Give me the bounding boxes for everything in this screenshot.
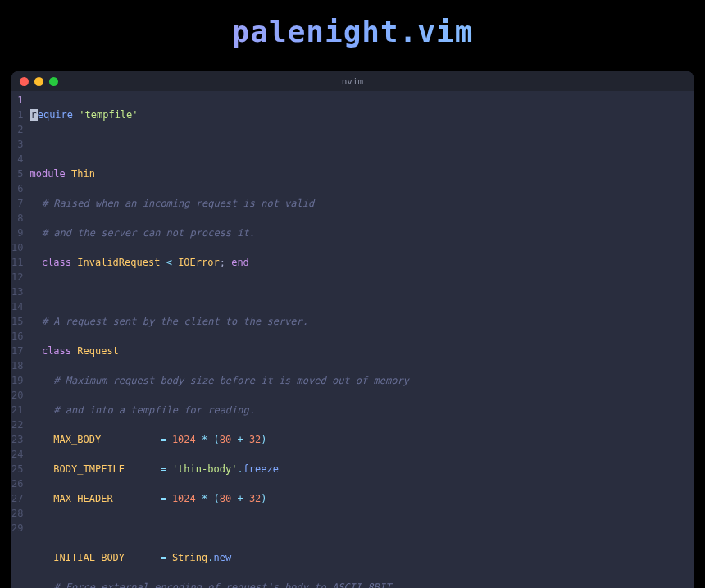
line-num: 11 xyxy=(11,255,23,270)
token: class xyxy=(42,257,71,268)
line-num: 10 xyxy=(11,240,23,255)
line-num: 20 xyxy=(11,388,23,403)
line-num: 9 xyxy=(11,226,23,240)
token: end xyxy=(231,257,249,268)
line-num: 23 xyxy=(11,432,23,447)
token: ; xyxy=(220,257,225,268)
token: # Force external_encoding of request's b… xyxy=(53,581,391,588)
token: new xyxy=(213,552,231,563)
code-line: class InvalidRequest < IOError; end xyxy=(30,255,694,270)
line-num: 26 xyxy=(11,476,23,491)
line-num: 6 xyxy=(11,181,23,196)
token: IOError xyxy=(178,257,220,268)
code-line: # Force external_encoding of request's b… xyxy=(30,580,694,588)
token: + xyxy=(237,434,243,445)
token: class xyxy=(42,345,71,357)
code-line: BODY_TMPFILE = 'thin-body'.freeze xyxy=(30,462,694,476)
line-num: 16 xyxy=(11,329,23,344)
line-num: 27 xyxy=(11,491,23,506)
token: * xyxy=(202,493,207,504)
code-line xyxy=(30,521,694,536)
token: # and into a tempfile for reading. xyxy=(53,404,255,416)
window-controls xyxy=(20,77,58,86)
line-num: 7 xyxy=(11,196,23,211)
token: ( xyxy=(213,493,219,504)
line-num: 12 xyxy=(11,270,23,285)
line-num: 22 xyxy=(11,417,23,432)
line-num: 3 xyxy=(11,137,23,152)
token: INITIAL_BODY xyxy=(53,552,125,563)
token: Thin xyxy=(71,168,95,180)
token: 1024 xyxy=(172,434,196,445)
code-line: # A request sent by the client to the se… xyxy=(30,314,694,329)
code-line: INITIAL_BODY = String.new xyxy=(30,550,694,565)
token: 'thin-body' xyxy=(172,463,237,475)
line-gutter: 1 1 2 3 4 5 6 7 8 9 10 11 12 13 14 15 16… xyxy=(11,93,30,588)
code-line xyxy=(30,137,694,152)
code-area[interactable]: require 'tempfile' module Thin # Raised … xyxy=(30,93,694,588)
token: ) xyxy=(261,493,266,504)
token: module xyxy=(30,168,65,180)
token: InvalidRequest xyxy=(77,257,160,268)
token: 80 xyxy=(220,493,231,504)
line-num: 5 xyxy=(11,166,23,181)
line-num: 15 xyxy=(11,314,23,329)
terminal-window: nvim 1 1 2 3 4 5 6 7 8 9 10 11 12 13 14 … xyxy=(11,71,694,588)
code-line: module Thin xyxy=(30,166,694,181)
page-title: palenight.vim xyxy=(0,0,705,71)
minimize-icon[interactable] xyxy=(34,77,43,86)
line-num: 21 xyxy=(11,403,23,417)
token: * xyxy=(202,434,207,445)
code-line: MAX_BODY = 1024 * (80 + 32) xyxy=(30,432,694,447)
token: BODY_TMPFILE xyxy=(53,463,125,475)
token: ( xyxy=(213,434,219,445)
line-num: 8 xyxy=(11,211,23,226)
line-num: 19 xyxy=(11,373,23,388)
line-num: 24 xyxy=(11,447,23,462)
current-line-num: 1 xyxy=(11,93,23,107)
line-num: 25 xyxy=(11,462,23,476)
token: 'tempfile' xyxy=(79,109,138,121)
token: = xyxy=(160,493,166,504)
code-line: # Raised when an incoming request is not… xyxy=(30,196,694,211)
token: MAX_HEADER xyxy=(53,493,112,504)
line-num: 18 xyxy=(11,358,23,373)
line-num: 17 xyxy=(11,344,23,358)
code-line: # and the server can not process it. xyxy=(30,226,694,240)
token: = xyxy=(160,434,166,445)
token: + xyxy=(237,493,243,504)
token: equire xyxy=(38,109,73,121)
token: # Maximum request body size before it is… xyxy=(53,375,408,386)
token: Request xyxy=(77,345,119,357)
token: MAX_BODY xyxy=(53,434,101,445)
token: = xyxy=(160,463,166,475)
token: = xyxy=(160,552,166,563)
line-num: 2 xyxy=(11,122,23,137)
window-label: nvim xyxy=(342,76,364,87)
window-titlebar[interactable]: nvim xyxy=(11,71,694,91)
line-num: 1 xyxy=(11,107,23,122)
token: # A request sent by the client to the se… xyxy=(42,316,308,327)
line-num: 29 xyxy=(11,521,23,536)
token: 1024 xyxy=(172,493,196,504)
line-num: 13 xyxy=(11,285,23,299)
token: 32 xyxy=(249,434,261,445)
code-line xyxy=(30,285,694,299)
code-line: MAX_HEADER = 1024 * (80 + 32) xyxy=(30,491,694,506)
close-icon[interactable] xyxy=(20,77,29,86)
token: # Raised when an incoming request is not… xyxy=(42,198,314,209)
token: ) xyxy=(261,434,266,445)
token: String xyxy=(172,552,207,563)
token: . xyxy=(237,463,243,475)
maximize-icon[interactable] xyxy=(49,77,58,86)
code-line: # Maximum request body size before it is… xyxy=(30,373,694,388)
editor-pane[interactable]: 1 1 2 3 4 5 6 7 8 9 10 11 12 13 14 15 16… xyxy=(11,91,694,588)
token: 32 xyxy=(249,493,261,504)
line-num: 14 xyxy=(11,299,23,314)
cursor-icon: r xyxy=(30,109,37,121)
token: freeze xyxy=(243,463,279,475)
line-num: 4 xyxy=(11,152,23,166)
line-num: 28 xyxy=(11,506,23,521)
token: 80 xyxy=(220,434,231,445)
token: < xyxy=(166,257,172,268)
